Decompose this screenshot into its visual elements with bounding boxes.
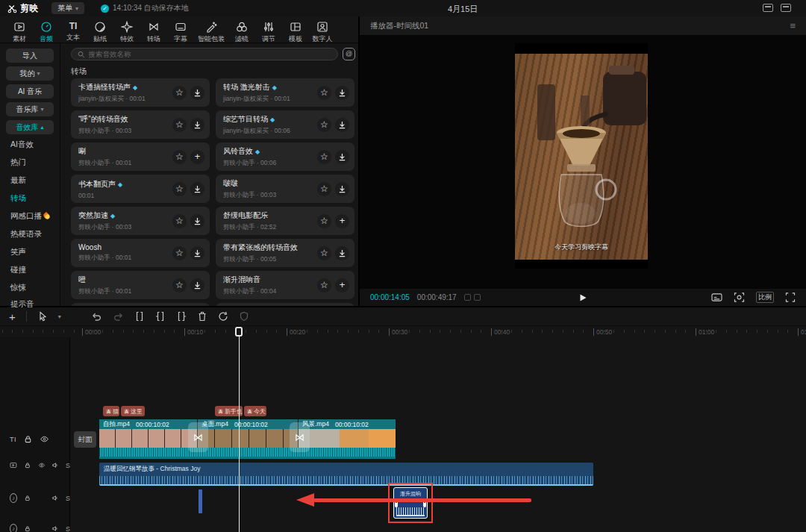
delete-icon[interactable] [197,311,207,322]
download-button[interactable] [335,86,349,100]
tab-transition[interactable]: 转场 [140,19,167,44]
sidebar-item-impact[interactable]: 碰撞 [10,265,26,275]
frame-icon[interactable] [464,294,471,301]
tab-filters[interactable]: 滤镜 [228,19,255,44]
transition-marker[interactable] [188,422,208,452]
delete-left-icon[interactable] [155,311,166,322]
sound-card[interactable]: 带有紧张感的转场音效剪映小助手 · 00:05 [216,239,354,267]
playhead[interactable] [239,327,240,532]
freeze-frame-icon[interactable] [218,311,228,322]
tab-text[interactable]: TI文本 [60,19,87,43]
sidebar-item-meme-quotes[interactable]: 热梗语录 [10,229,42,240]
sidebar-item-viral-voiceover[interactable]: 网感口播 [10,211,49,222]
tab-smart-pack[interactable]: 智能包装 [194,19,228,44]
favorite-button[interactable] [172,246,187,260]
search-input[interactable] [89,50,331,58]
favorite-button[interactable] [172,150,187,164]
sound-card[interactable]: 综艺节目转场jianyin-版权采买 · 00:06 [216,110,354,139]
solo-button[interactable]: S [66,495,70,502]
sidebar-item-laughter[interactable]: 笑声 [10,247,26,257]
snapshot-icon[interactable] [734,292,745,302]
sound-card[interactable]: Woosh剪映小助手 · 00:01 [71,239,210,267]
download-button[interactable] [190,214,204,228]
undo-icon[interactable] [91,311,102,322]
add-button[interactable] [335,278,349,292]
subtitle-clip[interactable]: A猫 [103,406,119,416]
sidebar-item-hot[interactable]: 热门 [10,157,26,168]
favorite-button[interactable] [172,86,187,100]
download-button[interactable] [335,182,349,196]
frame2-icon[interactable] [474,294,481,301]
quality-icon[interactable] [711,292,722,302]
transition-marker[interactable] [290,422,310,452]
mute-icon[interactable] [51,493,59,503]
favorite-button[interactable] [317,214,331,228]
favorite-button[interactable] [317,182,331,196]
timeline-ruler[interactable]: 00:00 00:10 00:20 00:30 00:40 00:50 01:0… [0,327,806,337]
video-clip[interactable]: 自拍.mp400:00:10:02 [99,419,197,448]
sidebar-item-music-library[interactable]: 音乐库▾ [6,102,54,116]
ratio-button[interactable]: 比例 [756,292,774,303]
subtitle-clip[interactable]: A今天 [244,406,266,416]
tab-adjust[interactable]: 调节 [255,19,282,44]
eye-icon[interactable] [40,434,49,444]
video-frame[interactable]: 今天学习剪映字幕 [515,43,648,269]
download-button[interactable] [190,118,204,132]
tab-template[interactable]: 模板 [282,19,309,44]
add-track-button[interactable]: + [9,310,16,323]
download-button[interactable] [190,246,204,260]
cover-button[interactable]: 封面 [74,431,96,448]
favorite-button[interactable] [172,214,187,228]
favorite-button[interactable] [317,150,331,164]
download-button[interactable] [335,150,349,164]
fullscreen-icon[interactable] [785,292,796,302]
tab-digital-human[interactable]: 数字人 [309,19,336,44]
solo-button[interactable]: S [66,462,70,469]
sound-card[interactable]: 卡通搞怪转场声jianyin-版权采买 · 00:01 [71,78,210,107]
sound-card[interactable]: 书本翻页声00:01 [71,175,210,203]
sound-card[interactable]: 渐升混响音剪映小助手 · 00:04 [216,271,354,299]
lock-icon[interactable] [24,460,31,470]
tab-sticker[interactable]: 贴纸 [87,19,113,44]
video-clip[interactable]: 桌面.mp400:00:10:02 [198,419,298,448]
select-tool-icon[interactable] [37,311,48,322]
lock-icon[interactable] [23,434,33,444]
split-icon[interactable] [134,311,145,322]
mute-icon[interactable] [51,460,59,470]
layout-icon[interactable] [763,4,773,12]
play-button[interactable] [578,293,587,302]
sound-card[interactable] [71,303,210,306]
redo-icon[interactable] [113,311,124,322]
search-box[interactable] [71,48,338,60]
advanced-search-icon[interactable]: @ [343,48,355,60]
tab-captions[interactable]: 字幕 [167,19,194,44]
import-button[interactable]: 导入 [6,48,54,63]
sound-card[interactable]: 突然加速剪映小助手 · 00:03 [71,207,210,235]
add-button[interactable] [335,214,349,228]
sound-card[interactable]: 啵啵剪映小助手 · 00:03 [216,175,354,203]
favorite-button[interactable] [317,118,331,132]
playhead-handle[interactable] [235,327,243,337]
menu-button[interactable]: 菜单▾ [51,2,84,14]
favorite-button[interactable] [317,278,331,292]
sound-card[interactable]: 风铃音效剪映小助手 · 00:06 [216,143,354,171]
window-icon[interactable] [781,4,791,12]
tab-effects[interactable]: 特效 [113,19,140,44]
download-button[interactable] [190,182,204,196]
music-clip[interactable]: 温暖回忆钢琴故事 - Christmas Joy [99,463,593,486]
small-audio-clip[interactable] [199,489,202,513]
subtitle-clip[interactable]: A这里 [121,406,145,416]
video-clip[interactable]: 风景.mp400:00:10:02 [299,419,396,448]
sound-card[interactable]: “呼”的转场音效剪映小助手 · 00:03 [71,110,210,139]
chevron-down-icon[interactable]: ▾ [58,313,61,320]
sidebar-item-horror[interactable]: 惊悚 [10,283,26,293]
sidebar-item-newest[interactable]: 最新 [10,175,26,186]
player-menu-icon[interactable]: ≡ [790,20,796,31]
sound-card[interactable]: 舒缓电影配乐剪映小助手 · 02:52 [216,207,354,235]
eye-icon[interactable] [38,460,46,470]
mask-icon[interactable] [239,311,249,322]
favorite-button[interactable] [317,246,331,260]
tab-media[interactable]: 素材 [6,19,33,44]
mute-icon[interactable] [51,524,59,532]
delete-right-icon[interactable] [176,311,187,322]
